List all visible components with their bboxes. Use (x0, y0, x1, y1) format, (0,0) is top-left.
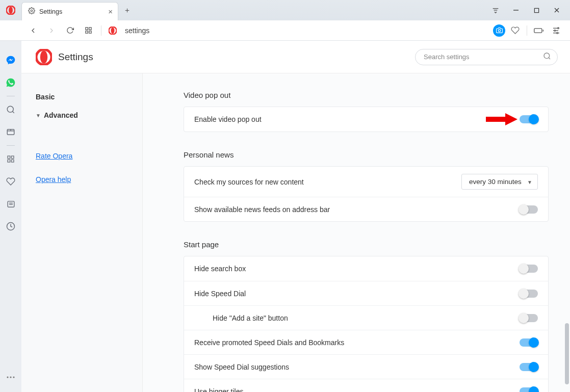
row-show-news-feeds: Show available news feeds on address bar (194, 205, 520, 214)
reload-button[interactable] (62, 23, 77, 38)
nav-advanced[interactable]: ▼Advanced (36, 106, 142, 124)
toggle-enable-video-popout[interactable] (520, 115, 538, 123)
svg-point-37 (7, 376, 8, 378)
svg-line-43 (549, 58, 550, 59)
svg-rect-31 (11, 160, 14, 162)
maximize-button[interactable] (526, 0, 547, 20)
sidebar-more[interactable] (0, 370, 21, 392)
nav-basic[interactable]: Basic (36, 88, 142, 106)
svg-point-24 (554, 30, 556, 31)
row-sd-suggestions: Show Speed Dial suggestions (194, 363, 520, 371)
toolbar: settings (0, 20, 570, 41)
minimize-button[interactable] (506, 0, 526, 20)
window-controls (506, 0, 570, 20)
section-title-video: Video pop out (184, 91, 549, 99)
svg-point-1 (9, 7, 13, 14)
row-hide-search-box: Hide search box (194, 265, 520, 273)
row-hide-add-site: Hide "Add a site" button (213, 314, 520, 322)
svg-rect-29 (8, 156, 10, 159)
site-identity-icon[interactable] (109, 27, 117, 35)
row-bigger-tiles: Use bigger tiles (194, 387, 520, 393)
close-window-button[interactable] (547, 0, 567, 20)
sidebar-history[interactable] (0, 215, 21, 238)
svg-rect-14 (85, 31, 87, 33)
svg-point-26 (7, 106, 13, 112)
scrollbar-thumb[interactable] (565, 323, 569, 384)
svg-point-25 (557, 32, 558, 34)
bookmark-button[interactable] (507, 23, 523, 38)
sidebar-bookmarks[interactable] (0, 170, 21, 193)
svg-point-42 (544, 53, 550, 59)
toggle-promoted-dials[interactable] (520, 338, 538, 347)
titlebar: Settings × (0, 0, 570, 20)
section-news: Check my sources for new content every 3… (184, 166, 549, 222)
search-icon (543, 52, 551, 62)
toggle-hide-search-box[interactable] (520, 265, 538, 273)
back-button[interactable] (25, 23, 41, 38)
svg-point-16 (111, 27, 115, 34)
svg-rect-18 (534, 28, 542, 32)
new-tab-button[interactable] (118, 0, 136, 20)
svg-point-23 (558, 28, 559, 29)
search-settings-input[interactable] (415, 49, 558, 65)
svg-point-39 (13, 376, 14, 378)
easy-setup-button[interactable] (549, 23, 564, 38)
row-hide-speed-dial: Hide Speed Dial (194, 290, 520, 298)
toggle-sd-suggestions[interactable] (520, 363, 538, 371)
section-title-start: Start page (184, 240, 549, 249)
settings-panel[interactable]: Video pop out Enable video pop out Perso… (143, 73, 570, 392)
toggle-hide-speed-dial[interactable] (520, 290, 538, 298)
sidebar-personal-news[interactable] (0, 121, 21, 143)
page-title: Settings (58, 51, 93, 63)
sidebar-news[interactable] (0, 193, 21, 215)
close-tab-icon[interactable]: × (108, 8, 113, 15)
toggle-hide-add-site[interactable] (520, 314, 538, 322)
nav-opera-help[interactable]: Opera help (36, 171, 142, 188)
svg-rect-8 (534, 8, 538, 12)
icon-sidebar (0, 41, 21, 392)
svg-point-2 (31, 10, 33, 12)
sidebar-messenger[interactable] (0, 49, 21, 71)
svg-rect-13 (89, 31, 91, 33)
svg-line-27 (12, 111, 14, 113)
speed-dial-button[interactable] (81, 23, 96, 38)
svg-rect-30 (11, 156, 14, 159)
svg-rect-11 (85, 28, 87, 30)
nav-rate-opera[interactable]: Rate Opera (36, 148, 142, 164)
chevron-down-icon: ▼ (36, 113, 41, 118)
opera-logo-icon (36, 49, 52, 65)
battery-saver-button[interactable] (531, 23, 547, 38)
tab-menu-button[interactable] (485, 0, 506, 20)
section-title-news: Personal news (184, 150, 549, 159)
svg-point-17 (498, 30, 500, 32)
opera-menu-button[interactable] (0, 0, 21, 20)
row-check-sources: Check my sources for new content (194, 178, 461, 186)
tab-settings[interactable]: Settings × (21, 2, 118, 20)
sidebar-whatsapp[interactable] (0, 71, 21, 94)
section-start: Hide search box Hide Speed Dial Hide "Ad… (184, 256, 549, 392)
settings-header: Settings (21, 41, 570, 73)
toggle-show-news-feeds[interactable] (520, 205, 538, 214)
address-text[interactable]: settings (125, 27, 149, 35)
gear-icon (28, 7, 35, 16)
svg-point-38 (10, 376, 11, 378)
svg-point-41 (40, 50, 48, 64)
sidebar-search[interactable] (0, 98, 21, 121)
toggle-bigger-tiles[interactable] (520, 387, 538, 393)
chevron-down-icon: ▼ (527, 179, 532, 185)
snapshot-button[interactable] (493, 24, 505, 37)
sidebar-speed-dial[interactable] (0, 148, 21, 170)
opera-logo-icon (6, 6, 15, 15)
forward-button[interactable] (44, 23, 59, 38)
settings-nav: Basic ▼Advanced Rate Opera Opera help (21, 73, 143, 392)
dropdown-check-interval[interactable]: every 30 minutes ▼ (461, 174, 538, 190)
svg-rect-32 (8, 160, 10, 162)
search-field[interactable] (424, 53, 543, 61)
row-enable-video-popout: Enable video pop out (194, 115, 520, 123)
section-video: Enable video pop out (184, 107, 549, 132)
tab-title: Settings (39, 8, 104, 15)
svg-rect-12 (89, 28, 91, 30)
row-promoted-dials: Receive promoted Speed Dials and Bookmar… (194, 338, 520, 347)
